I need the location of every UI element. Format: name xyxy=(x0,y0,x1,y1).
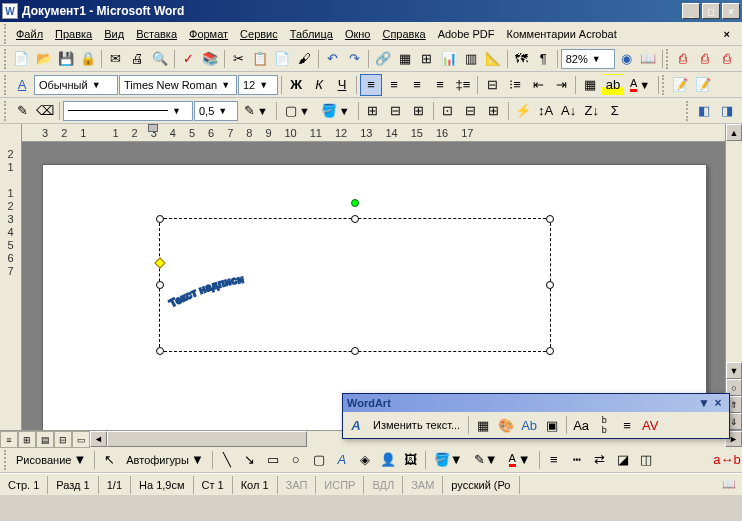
grip-handle[interactable] xyxy=(686,101,690,121)
align-justify-button[interactable]: ≡ xyxy=(429,74,451,96)
grip-handle[interactable] xyxy=(4,49,8,69)
shading-color-button[interactable]: 🪣▼ xyxy=(316,100,355,122)
menu-adobe-pdf[interactable]: Adobe PDF xyxy=(432,26,501,42)
grip-handle[interactable] xyxy=(662,75,666,95)
acrobat-button-2[interactable]: 📝 xyxy=(692,74,714,96)
font-color-button[interactable]: A▼ xyxy=(625,74,655,96)
text-wrap-button[interactable]: ▣ xyxy=(541,414,563,436)
hyperlink-button[interactable]: 🔗 xyxy=(372,48,393,70)
line-tool[interactable]: ╲ xyxy=(216,449,238,471)
acrobat-button-1[interactable]: 📝 xyxy=(669,74,691,96)
borders-button[interactable]: ▦ xyxy=(579,74,601,96)
char-spacing-button[interactable]: AV xyxy=(639,414,661,436)
spelling-button[interactable]: ✓ xyxy=(177,48,198,70)
rectangle-tool[interactable]: ▭ xyxy=(262,449,284,471)
draw-table-button[interactable]: ✎ xyxy=(11,100,33,122)
sort-desc-button[interactable]: Z↓ xyxy=(581,100,603,122)
status-trk[interactable]: ИСПР xyxy=(316,476,364,494)
autosum-button[interactable]: Σ xyxy=(604,100,626,122)
font-size-combo[interactable]: 12▼ xyxy=(238,75,278,95)
status-ext[interactable]: ВДЛ xyxy=(364,476,403,494)
scroll-up-button[interactable]: ▲ xyxy=(726,124,742,141)
scroll-down-button[interactable]: ▼ xyxy=(726,362,742,379)
menu-format[interactable]: Формат xyxy=(183,26,234,42)
paste-button[interactable]: 📄 xyxy=(272,48,293,70)
restore-button[interactable]: □ xyxy=(702,3,720,19)
wordart-toolbar-close[interactable]: × xyxy=(711,396,725,410)
menu-edit[interactable]: Правка xyxy=(49,26,98,42)
3d-tool[interactable]: ◫ xyxy=(635,449,657,471)
normal-view-button[interactable]: ≡ xyxy=(0,431,18,448)
vertical-ruler[interactable]: 21 123 4567 xyxy=(0,124,22,430)
bold-button[interactable]: Ж xyxy=(285,74,307,96)
tables-borders-button[interactable]: ▦ xyxy=(394,48,415,70)
open-button[interactable]: 📂 xyxy=(33,48,54,70)
indent-marker[interactable] xyxy=(148,124,158,132)
research-button[interactable]: 📚 xyxy=(200,48,221,70)
resize-handle-se[interactable] xyxy=(546,347,554,355)
edit-text-button[interactable]: Изменить текст... xyxy=(368,414,465,436)
pdf-button-2[interactable]: ⎙ xyxy=(695,48,716,70)
line-weight-combo[interactable]: 0,5▼ xyxy=(194,101,238,121)
hscroll-thumb[interactable] xyxy=(107,431,307,447)
autoformat-button[interactable]: ⚡ xyxy=(512,100,534,122)
autoshapes-button[interactable]: Автофигуры ▼ xyxy=(121,449,208,471)
cut-button[interactable]: ✂ xyxy=(228,48,249,70)
insert-wordart-button[interactable]: A xyxy=(345,414,367,436)
outline-view-button[interactable]: ⊟ xyxy=(54,431,72,448)
wordart-toolbar-title[interactable]: WordArt ▼ × xyxy=(343,394,729,412)
decrease-indent-button[interactable]: ⇤ xyxy=(527,74,549,96)
styles-pane-button[interactable]: A xyxy=(11,74,33,96)
diagram-tool[interactable]: ◈ xyxy=(354,449,376,471)
print-preview-button[interactable]: 🔍 xyxy=(149,48,170,70)
help-button[interactable]: ◉ xyxy=(616,48,637,70)
grip-handle[interactable] xyxy=(4,450,8,470)
scroll-left-button[interactable]: ◄ xyxy=(90,431,107,447)
menu-service[interactable]: Сервис xyxy=(234,26,284,42)
minimize-button[interactable]: _ xyxy=(682,3,700,19)
menu-window[interactable]: Окно xyxy=(339,26,377,42)
vertical-scrollbar[interactable]: ▲ ▼ ○ ⇑ ⇓ xyxy=(725,124,742,430)
underline-button[interactable]: Ч xyxy=(331,74,353,96)
border-color-button[interactable]: ✎▼ xyxy=(239,100,273,122)
bullets-button[interactable]: ⁝≡ xyxy=(504,74,526,96)
line-style-combo[interactable]: ▼ xyxy=(63,101,193,121)
grip-handle[interactable] xyxy=(4,24,8,44)
italic-button[interactable]: К xyxy=(308,74,330,96)
text-direction-button[interactable]: ↕A xyxy=(535,100,557,122)
resize-handle-sw[interactable] xyxy=(156,347,164,355)
menu-help[interactable]: Справка xyxy=(376,26,431,42)
menu-table[interactable]: Таблица xyxy=(284,26,339,42)
format-wordart-button[interactable]: 🎨 xyxy=(495,414,517,436)
email-button[interactable]: ✉ xyxy=(105,48,126,70)
excel-button[interactable]: 📊 xyxy=(438,48,459,70)
read-mode-button[interactable]: 📖 xyxy=(638,48,659,70)
outside-border-button[interactable]: ▢▼ xyxy=(280,100,315,122)
line-color-tool[interactable]: ✎▼ xyxy=(469,449,503,471)
grip-handle[interactable] xyxy=(4,75,8,95)
resize-handle-nw[interactable] xyxy=(156,215,164,223)
shadow-tool[interactable]: ◪ xyxy=(612,449,634,471)
arrow-style-tool[interactable]: ⇄ xyxy=(589,449,611,471)
doc-map-button[interactable]: 🗺 xyxy=(511,48,532,70)
resize-handle-e[interactable] xyxy=(546,281,554,289)
distribute-cols-button[interactable]: ⊞ xyxy=(483,100,505,122)
line-style-tool[interactable]: ≡ xyxy=(543,449,565,471)
copy-button[interactable]: 📋 xyxy=(250,48,271,70)
columns-button[interactable]: ▥ xyxy=(460,48,481,70)
increase-indent-button[interactable]: ⇥ xyxy=(550,74,572,96)
sort-asc-button[interactable]: A↓ xyxy=(558,100,580,122)
resize-handle-n[interactable] xyxy=(351,215,359,223)
extra-button-1[interactable]: ◧ xyxy=(693,100,715,122)
close-button[interactable]: × xyxy=(722,3,740,19)
undo-button[interactable]: ↶ xyxy=(322,48,343,70)
pdf-button-3[interactable]: ⎙ xyxy=(717,48,738,70)
textbox-tool[interactable]: ▢ xyxy=(308,449,330,471)
status-ovr[interactable]: ЗАМ xyxy=(403,476,443,494)
vertical-text-button[interactable]: bb xyxy=(593,414,615,436)
eraser-button[interactable]: ⌫ xyxy=(34,100,56,122)
reading-view-button[interactable]: ▭ xyxy=(72,431,90,448)
insert-table-button[interactable]: ⊞ xyxy=(416,48,437,70)
merge-cells-button[interactable]: ⊟ xyxy=(385,100,407,122)
distribute-rows-button[interactable]: ⊟ xyxy=(460,100,482,122)
